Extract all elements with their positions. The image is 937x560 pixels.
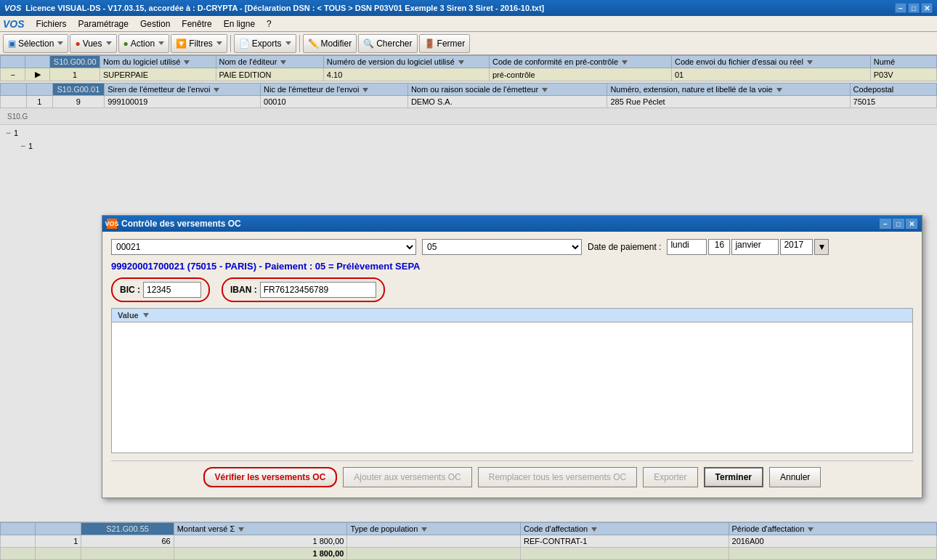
app-logo-menu: VOS	[3, 18, 25, 30]
annuler-button[interactable]: Annuler	[769, 467, 821, 487]
modal-close-button[interactable]: ✕	[906, 219, 917, 229]
selection-button[interactable]: ▣ Sélection	[3, 34, 68, 53]
selection-dropdown-arrow	[57, 41, 63, 45]
menu-help[interactable]: ?	[261, 17, 277, 31]
vues-button[interactable]: ● Vues	[70, 34, 116, 53]
verifier-versements-button[interactable]: Vérifier les versements OC	[203, 467, 338, 487]
exporter-button[interactable]: Exporter	[643, 467, 697, 487]
filtres-dropdown-arrow	[216, 41, 222, 45]
date-label: Date de paiement :	[588, 242, 661, 252]
date-month: janvier	[731, 239, 779, 255]
date-input-group: lundi 16 janvier 2017 ▼	[667, 239, 829, 255]
action-button[interactable]: ● Action	[118, 34, 170, 53]
bic-input[interactable]	[143, 282, 201, 298]
modal-title-text: Contrôle des versements OC	[121, 219, 241, 229]
app-logo: VOS	[4, 4, 21, 12]
field1-select[interactable]: 00021	[111, 239, 416, 255]
terminer-button[interactable]: Terminer	[704, 467, 763, 487]
info-line: 99920001700021 (75015 - PARIS) - Paiemen…	[111, 261, 913, 272]
filtres-icon: 🔽	[176, 38, 187, 49]
ajouter-versements-button[interactable]: Ajouter aux versements OC	[343, 467, 471, 487]
modifier-button[interactable]: ✏️ Modifier	[303, 34, 357, 53]
modal-title-icon: VOS	[107, 219, 117, 229]
modal-titlebar-buttons: − □ ✕	[880, 219, 917, 229]
value-table-header: Value	[112, 309, 912, 322]
vues-icon: ●	[75, 38, 80, 49]
menu-bar: VOS Fichiers Paramétrage Gestion Fenêtre…	[0, 16, 937, 32]
filtres-button[interactable]: 🔽 Filtres	[171, 34, 227, 53]
value-filter-triangle[interactable]	[143, 313, 149, 317]
modal-restore-button[interactable]: □	[893, 219, 904, 229]
remplacer-versements-button[interactable]: Remplacer tous les versements OC	[478, 467, 637, 487]
vues-dropdown-arrow	[106, 41, 112, 45]
value-table-body	[112, 322, 912, 442]
bic-label: BIC :	[120, 285, 140, 295]
date-year: 2017	[780, 239, 813, 255]
fermer-icon: 🚪	[424, 38, 435, 49]
restore-button[interactable]: □	[908, 3, 920, 13]
chercher-button[interactable]: 🔍 Chercher	[358, 34, 417, 53]
modal-actions: Vérifier les versements OC Ajouter aux v…	[111, 460, 913, 490]
iban-input[interactable]	[260, 282, 376, 298]
modal-titlebar: VOS Contrôle des versements OC − □ ✕	[102, 216, 922, 232]
menu-gestion[interactable]: Gestion	[134, 17, 176, 31]
toolbar-separator-1	[230, 35, 231, 52]
exports-button[interactable]: 📄 Exports	[234, 34, 296, 53]
modal-body: 00021 05 Date de paiement : lundi 16 jan…	[102, 232, 922, 498]
exports-dropdown-arrow	[285, 41, 291, 45]
close-button[interactable]: ✕	[921, 3, 933, 13]
bic-iban-row: BIC : IBAN :	[111, 277, 913, 302]
value-col-header: Value	[118, 311, 139, 320]
toolbar-separator-2	[299, 35, 300, 52]
iban-label: IBAN :	[230, 285, 257, 295]
minimize-button[interactable]: −	[895, 3, 906, 13]
action-dropdown-arrow	[158, 41, 164, 45]
value-table-area: Value	[111, 308, 913, 453]
menu-fichiers[interactable]: Fichiers	[31, 17, 73, 31]
exports-icon: 📄	[239, 38, 250, 49]
toolbar: ▣ Sélection ● Vues ● Action 🔽 Filtres 📄 …	[0, 32, 937, 55]
date-day-name: lundi	[667, 239, 707, 255]
menu-fenetre[interactable]: Fenêtre	[176, 17, 217, 31]
modal-form-row-1: 00021 05 Date de paiement : lundi 16 jan…	[111, 239, 913, 255]
title-bar: VOS Licence VISUAL-DS - V17.03.15, accor…	[0, 0, 937, 16]
modifier-icon: ✏️	[308, 38, 319, 49]
fermer-button[interactable]: 🚪 Fermer	[419, 34, 471, 53]
selection-icon: ▣	[8, 38, 16, 49]
title-text: Licence VISUAL-DS - V17.03.15, accordée …	[25, 4, 544, 12]
main-content: S10.G00.00 Nom du logiciel utilisé Nom d…	[0, 55, 937, 560]
menu-enligne[interactable]: En ligne	[218, 17, 261, 31]
field2-select[interactable]: 05	[422, 239, 582, 255]
action-icon: ●	[123, 38, 129, 49]
iban-group: IBAN :	[222, 277, 385, 302]
bic-group: BIC :	[111, 277, 210, 302]
modal-minimize-button[interactable]: −	[880, 219, 891, 229]
date-day: 16	[708, 239, 730, 255]
calendar-icon: ▼	[817, 242, 826, 252]
date-picker-button[interactable]: ▼	[814, 239, 829, 255]
chercher-icon: 🔍	[363, 38, 374, 49]
menu-parametrage[interactable]: Paramétrage	[73, 17, 134, 31]
modal-controle-versements: VOS Contrôle des versements OC − □ ✕ 000…	[102, 215, 922, 498]
